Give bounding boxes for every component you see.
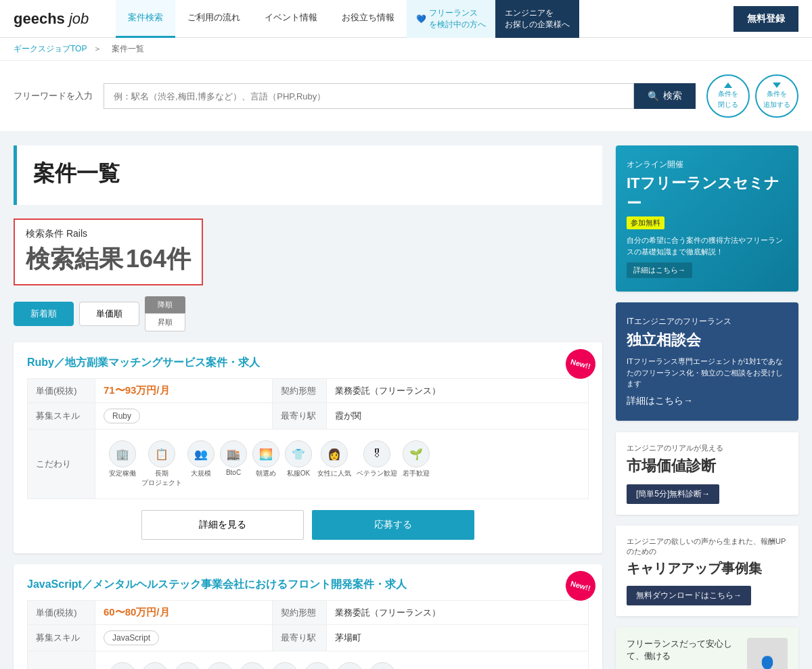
kodawari-item: 🏬BtoC: [220, 440, 247, 488]
kodawari-item: 🔄: [141, 662, 168, 669]
new-badge-2: New!!: [562, 568, 599, 604]
sort-asc-button[interactable]: 昇順: [145, 313, 185, 331]
ad-freelance-safe-title: フリーランスだって安心して、働ける: [627, 638, 740, 662]
ad-consult-desc: ITフリーランス専門エージェントが1対1であなたのフリーランス化・独立のご相談を…: [627, 356, 788, 390]
kodawari-item: 🎖ベテラン歓迎: [357, 440, 397, 488]
new-badge-1: New!!: [562, 346, 599, 382]
station-label: 最寄り駅: [272, 625, 326, 651]
sidebar-ad-consult: ITエンジニアのフリーランス 独立相談会 ITフリーランス専門エージェントが1対…: [616, 302, 798, 421]
page-title: 案件一覧: [33, 159, 586, 189]
station-value: 茅場町: [326, 625, 588, 651]
job-title-2[interactable]: JavaScript／メンタルヘルステック事業会社におけるフロント開発案件・求人: [27, 578, 589, 592]
content-area: 案件一覧 検索条件 Rails 検索結果 164件 新着順 単価順 降順 昇順: [14, 145, 602, 669]
person-image: 👤: [747, 638, 788, 670]
register-button[interactable]: 無料登録: [734, 6, 798, 32]
nav-item-search[interactable]: 案件検索: [116, 0, 175, 38]
ad-career-btn[interactable]: 無料ダウンロードはこちら→: [627, 586, 751, 605]
breadcrumb-separator: ＞: [93, 44, 102, 53]
kodawari-item: 👩女性に人気: [317, 440, 351, 488]
sidebar-ad-market: エンジニアのリアルが見える 市場価値診断 [簡単5分]無料診断→: [616, 432, 798, 515]
kodawari-item: 🌅: [239, 662, 266, 669]
search-input[interactable]: [104, 83, 634, 109]
job-table-2: 単価(税抜) 60〜80万円/月 契約形態 業務委託（フリーランス） 募集スキル…: [27, 600, 589, 669]
skill-label: 募集スキル: [28, 403, 95, 430]
ad-seminar-link[interactable]: 詳細はこちら→: [627, 262, 692, 278]
sort-desc-button[interactable]: 降順: [145, 296, 185, 313]
logo[interactable]: geechs job: [14, 10, 89, 28]
apply-button-1[interactable]: 応募する: [312, 510, 474, 540]
kodawari-item: 🏢安定稼働: [109, 440, 136, 488]
ad-seminar-desc: 自分の希望に合う案件の獲得方法やフリーランスの基礎知識まで徹底解説！: [627, 235, 788, 257]
add-conditions-button[interactable]: 条件を 追加する: [755, 74, 798, 118]
heart-icon: 💙: [416, 14, 426, 24]
sort-order: 降順 昇順: [145, 296, 185, 331]
arrow-up-icon: [724, 83, 732, 88]
ad-market-content: エンジニアのリアルが見える 市場価値診断 [簡単5分]無料診断→: [616, 432, 798, 515]
detail-button-1[interactable]: 詳細を見る: [141, 510, 304, 540]
ad-career-sub: エンジニアの欲しいの声から生まれた、報酬UPのための: [627, 536, 788, 557]
ad-market-sub: エンジニアのリアルが見える: [627, 443, 788, 453]
card-actions-1: 詳細を見る 応募する: [27, 510, 589, 540]
nav-item-flow[interactable]: ご利用の流れ: [175, 0, 252, 38]
kodawari-item: 👤: [369, 662, 396, 669]
sort-newest-button[interactable]: 新着順: [14, 302, 74, 326]
job-card-2: New!! JavaScript／メンタルヘルステック事業会社におけるフロント開…: [14, 564, 602, 669]
ad-consult-link[interactable]: 詳細はこちら→: [627, 395, 693, 406]
ad-career-title: キャリアアップ事例集: [627, 559, 788, 578]
logo-text: geechs job: [14, 10, 89, 27]
main-layout: 案件一覧 検索条件 Rails 検索結果 164件 新着順 単価順 降順 昇順: [0, 132, 812, 669]
kodawari-item: 👥: [206, 662, 233, 669]
table-row: こだわり 🏢 🔄 📷 👥 🌅 🏬 👕 👩 👤: [28, 651, 589, 670]
breadcrumb-top[interactable]: ギークスジョブTOP: [14, 44, 87, 53]
close-conditions-button[interactable]: 条件を 閉じる: [706, 74, 750, 118]
nav-item-useful[interactable]: お役立ち情報: [330, 0, 407, 38]
kodawari-item: 📋長期プロジェクト: [141, 440, 182, 488]
contract-value: 業務委託（フリーランス）: [327, 379, 589, 403]
skill-label: 募集スキル: [28, 625, 95, 651]
job-title-1[interactable]: Ruby／地方副業マッチングサービス案件・求人: [27, 356, 589, 370]
kodawari-item: 👥大規模: [187, 440, 215, 488]
result-box: 検索条件 Rails 検索結果 164件: [14, 218, 203, 285]
job-table-1: 単価(税抜) 71〜93万円/月 契約形態 業務委託（フリーランス） 募集スキル…: [27, 378, 589, 499]
kodawari-value: 🏢 🔄 📷 👥 🌅 🏬 👕 👩 👤: [95, 651, 589, 670]
sort-price-button[interactable]: 単価順: [79, 302, 139, 326]
result-count: 検索結果 164件: [26, 243, 191, 276]
search-label: フリーワードを入力: [14, 90, 93, 102]
ad-freelance-safe-text: フリーランスだって安心して、働ける: [627, 638, 740, 662]
result-number: 164: [126, 245, 166, 273]
table-row: 募集スキル JavaScript 最寄り駅 茅場町: [28, 625, 589, 651]
sidebar-ad-freelance-safe: フリーランスだって安心して、働ける 👤: [616, 627, 798, 670]
kodawari-item: 📷: [174, 662, 201, 669]
ad-seminar-content: オンライン開催 ITフリーランスセミナー 参加無料 自分の希望に合う案件の獲得方…: [616, 145, 798, 292]
nav-company-label: エンジニアをお探しの企業様へ: [505, 7, 570, 30]
kodawari-item: 🏢: [109, 662, 136, 669]
price-value: 71〜93万円/月: [95, 379, 273, 403]
header: geechs job 案件検索 ご利用の流れ イベント情報 お役立ち情報 💙 フ…: [0, 0, 812, 38]
ad-freelance-safe-content: フリーランスだって安心して、働ける 👤: [616, 627, 798, 670]
search-controls: 条件を 閉じる 条件を 追加する: [706, 74, 798, 118]
breadcrumb-current: 案件一覧: [112, 44, 144, 53]
search-input-wrap: 🔍 検索: [104, 83, 696, 109]
nav-item-event[interactable]: イベント情報: [252, 0, 330, 38]
result-condition: 検索条件 Rails: [26, 228, 191, 240]
ad-seminar-badge: 参加無料: [627, 216, 664, 229]
contract-value: 業務委託（フリーランス）: [326, 601, 588, 625]
kodawari-item: 🌱若手歓迎: [403, 440, 430, 488]
nav-freelance-label: フリーランスを検討中の方へ: [429, 7, 486, 30]
nav-item-company[interactable]: エンジニアをお探しの企業様へ: [495, 0, 579, 38]
breadcrumb: ギークスジョブTOP ＞ 案件一覧: [0, 38, 812, 61]
ad-career-content: エンジニアの欲しいの声から生まれた、報酬UPのための キャリアアップ事例集 無料…: [616, 526, 798, 616]
kodawari-item: 👩: [336, 662, 363, 669]
ad-market-title: 市場価値診断: [627, 456, 788, 476]
sidebar-ad-career: エンジニアの欲しいの声から生まれた、報酬UPのための キャリアアップ事例集 無料…: [616, 526, 798, 616]
ad-market-btn[interactable]: [簡単5分]無料診断→: [627, 484, 719, 504]
price-label: 単価(税抜): [28, 379, 95, 403]
ad-seminar-sub: オンライン開催: [627, 159, 788, 170]
search-button[interactable]: 🔍 検索: [634, 83, 696, 109]
sidebar: オンライン開催 ITフリーランスセミナー 参加無料 自分の希望に合う案件の獲得方…: [616, 145, 798, 669]
nav-item-freelance[interactable]: 💙 フリーランスを検討中の方へ: [407, 0, 495, 38]
price-label: 単価(税抜): [28, 601, 95, 625]
ad-consult-sub: ITエンジニアのフリーランス: [627, 316, 788, 327]
kodawari-item: 🏬: [271, 662, 298, 669]
main-nav: 案件検索 ご利用の流れ イベント情報 お役立ち情報 💙 フリーランスを検討中の方…: [116, 0, 731, 38]
